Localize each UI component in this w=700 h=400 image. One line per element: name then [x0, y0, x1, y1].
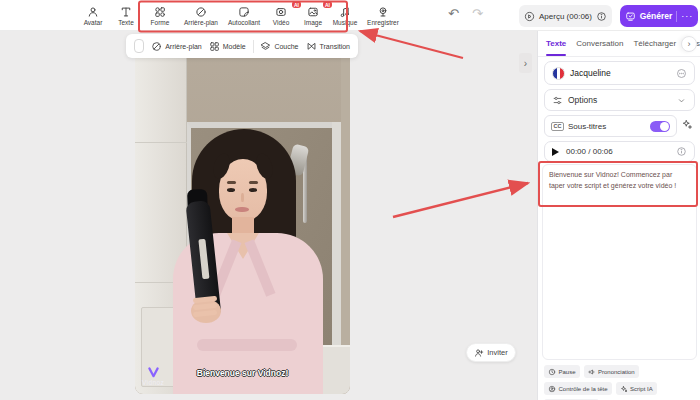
tool-label: Image	[304, 19, 322, 26]
tab-telecharger[interactable]: Télécharger	[633, 31, 676, 56]
generate-more-button[interactable]: ···	[681, 12, 693, 20]
shapes-icon	[154, 6, 166, 18]
tool-avatar[interactable]: Avatar	[75, 2, 111, 29]
generate-icon	[625, 11, 636, 22]
french-flag-icon	[552, 67, 565, 80]
canvas-background-button[interactable]: Arrière-plan	[151, 41, 202, 52]
template-icon	[209, 41, 220, 52]
info-icon	[676, 146, 687, 157]
tool-label: Vidéo	[273, 19, 290, 26]
invite-button[interactable]: Inviter	[466, 343, 516, 362]
chevron-down-icon	[676, 95, 687, 106]
voice-selector[interactable]: Jacqueline	[544, 61, 695, 85]
canvas-background-label: Arrière-plan	[165, 43, 202, 50]
panel-collapse-button[interactable]: ›	[519, 53, 532, 73]
chip-label: Contrôle de la tête	[559, 386, 608, 392]
subtitles-label: Sous-titres	[568, 122, 646, 131]
watermark-text: Vidnoz	[142, 379, 164, 386]
video-caption[interactable]: Bienvenue sur Vidnoz!	[135, 368, 350, 378]
canvas-template-button[interactable]: Modèle	[209, 41, 246, 52]
tool-video[interactable]: AI Vidéo	[263, 2, 299, 29]
eye	[227, 188, 235, 192]
tool-label: Avatar	[84, 19, 103, 26]
canvas-transition-button[interactable]: Transition	[306, 41, 350, 52]
eye	[249, 188, 257, 192]
script-textarea[interactable]: Bienvenue sur Vidnoz! Commencez par tape…	[542, 164, 697, 360]
divider	[253, 40, 254, 53]
tool-label: Musique	[333, 19, 358, 26]
playback-row: 00:00 / 00:06	[544, 141, 695, 162]
tool-autocollant[interactable]: Autocollant	[222, 2, 266, 29]
preview-button[interactable]: Aperçu (00:06)	[519, 5, 612, 27]
annotation-arrow-toolbar	[360, 31, 463, 58]
canvas-layer-button[interactable]: Couche	[260, 41, 298, 52]
tool-label: Texte	[118, 19, 134, 26]
sticker-icon	[238, 6, 250, 18]
transition-icon	[306, 41, 317, 52]
sliders-icon	[552, 95, 563, 106]
record-icon	[377, 6, 389, 18]
tool-forme[interactable]: Forme	[142, 2, 178, 29]
redo-button[interactable]: ↷	[472, 7, 483, 21]
canvas-template-label: Modèle	[223, 43, 246, 50]
invite-label: Inviter	[487, 348, 507, 357]
tool-image[interactable]: AI Image	[296, 2, 330, 29]
annotation-arrow-script	[393, 183, 528, 217]
chip-label: Prononciation	[598, 369, 635, 375]
person-plus-icon	[474, 348, 484, 358]
ai-script-chip[interactable]: Script IA	[616, 382, 657, 395]
video-canvas[interactable]: Vidnoz Bienvenue sur Vidnoz!	[135, 47, 350, 394]
layers-icon	[260, 41, 271, 52]
playback-time: 00:00 / 00:06	[566, 147, 671, 156]
tool-enregistrer[interactable]: Enregistrer	[360, 2, 406, 29]
image-icon	[307, 6, 319, 18]
pronunciation-chip[interactable]: Prononciation	[584, 365, 639, 378]
ellipsis-circle-icon[interactable]	[676, 68, 687, 79]
head-control-icon	[548, 385, 556, 393]
cabinet-seam	[135, 142, 187, 143]
clock-icon	[548, 368, 556, 376]
undo-button[interactable]: ↶	[448, 7, 459, 21]
tool-texte[interactable]: Texte	[109, 2, 143, 29]
divider	[676, 11, 677, 22]
options-label: Options	[568, 95, 671, 105]
preview-label: Aperçu (00:06)	[539, 12, 592, 21]
script-tools: Pause Prononciation Contrôle de la tête …	[544, 365, 696, 400]
sound-icon	[588, 368, 596, 376]
options-selector[interactable]: Options	[544, 89, 695, 111]
tab-texte[interactable]: Texte	[546, 31, 566, 56]
canvas-transition-label: Transition	[320, 43, 350, 50]
tool-arriere-plan[interactable]: Arrière-plan	[178, 2, 224, 29]
info-icon	[596, 11, 607, 22]
background-color-swatch[interactable]	[134, 39, 144, 53]
tabs-scroll-button[interactable]: ›	[681, 36, 697, 52]
background-icon	[195, 6, 207, 18]
subtitles-toggle[interactable]	[650, 121, 670, 132]
robe-belt	[197, 339, 297, 351]
canvas-layer-label: Couche	[274, 43, 298, 50]
music-icon	[339, 6, 351, 18]
head-control-chip[interactable]: Contrôle de la tête	[544, 382, 612, 395]
ai-sparkle-icon	[620, 385, 628, 393]
right-panel: Texte Conversation Télécharger Pas de di…	[537, 31, 700, 400]
subtitle-style-sparkle-icon[interactable]	[681, 118, 693, 130]
cc-icon: CC	[551, 122, 564, 131]
bathroom-wall	[341, 47, 350, 394]
generate-button[interactable]: Générer ···	[620, 5, 698, 27]
play-circle-icon	[524, 11, 535, 22]
tool-musique[interactable]: Musique	[327, 2, 363, 29]
eyebrow	[227, 181, 236, 184]
tab-conversation[interactable]: Conversation	[576, 31, 623, 56]
chip-label: Pause	[559, 369, 576, 375]
canvas-toolbar: Arrière-plan Modèle Couche Transition	[126, 34, 358, 58]
subtitles-row: CC Sous-titres	[544, 115, 677, 137]
pause-chip[interactable]: Pause	[544, 365, 580, 378]
tool-label: Forme	[151, 19, 170, 26]
top-toolbar: Avatar Texte Forme Arrière-plan Autocoll…	[0, 0, 700, 31]
tool-label: Arrière-plan	[184, 19, 218, 26]
lips	[235, 207, 249, 212]
chip-label: Script IA	[630, 386, 653, 392]
generate-label: Générer	[640, 11, 673, 21]
play-button[interactable]	[552, 148, 559, 156]
avatar-icon	[87, 6, 99, 18]
